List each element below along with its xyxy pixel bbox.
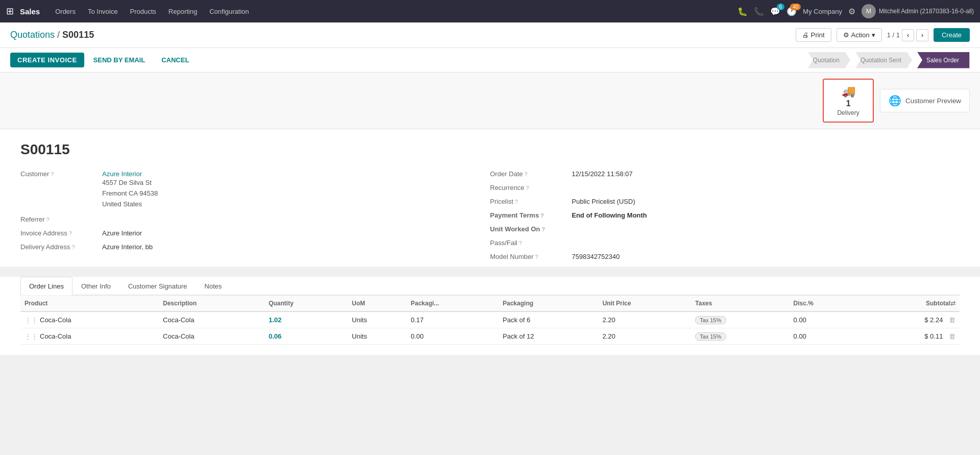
product-name-link[interactable]: Coca-Cola bbox=[40, 332, 71, 340]
payment-terms-help-icon[interactable]: ? bbox=[540, 212, 544, 219]
row-packaging[interactable]: Pack of 6 bbox=[498, 312, 598, 328]
col-subtotal: Subtotal ⇄ bbox=[861, 296, 960, 312]
pass-fail-help-icon[interactable]: ? bbox=[519, 240, 522, 246]
pager-prev-button[interactable]: ‹ bbox=[902, 29, 914, 41]
create-button[interactable]: Create bbox=[934, 28, 970, 42]
tab-customer-signature[interactable]: Customer Signature bbox=[119, 277, 196, 295]
referrer-help-icon[interactable]: ? bbox=[46, 217, 50, 223]
row-disc[interactable]: 0.00 bbox=[790, 312, 861, 328]
row-description: Coca-Cola bbox=[159, 328, 265, 345]
row-uom[interactable]: Units bbox=[348, 312, 407, 328]
sort-handle-icon[interactable]: ⋮⋮ bbox=[25, 316, 38, 324]
recurrence-row: Recurrence ? bbox=[490, 184, 960, 191]
smart-buttons-area: 🚚 1 Delivery 🌐 Customer Preview bbox=[0, 73, 980, 129]
brand-label[interactable]: Sales bbox=[20, 7, 40, 16]
product-name-link[interactable]: Coca-Cola bbox=[40, 316, 71, 324]
row-taxes: Tax 15% bbox=[691, 312, 789, 328]
printer-icon: 🖨 bbox=[802, 31, 809, 39]
tax-badge[interactable]: Tax 15% bbox=[695, 332, 726, 341]
activity-icon[interactable]: 🕐 40 bbox=[786, 7, 797, 16]
row-uom[interactable]: Units bbox=[348, 328, 407, 345]
activity-badge: 40 bbox=[790, 4, 801, 10]
sort-handle-icon[interactable]: ⋮⋮ bbox=[25, 332, 38, 340]
phone-icon[interactable]: 📞 bbox=[754, 7, 764, 16]
nav-reporting[interactable]: Reporting bbox=[163, 6, 202, 17]
recurrence-help-icon[interactable]: ? bbox=[526, 185, 529, 191]
pricelist-help-icon[interactable]: ? bbox=[515, 199, 518, 205]
referrer-label: Referrer ? bbox=[20, 215, 102, 223]
status-quotation-sent[interactable]: Quotation Sent bbox=[850, 52, 912, 68]
breadcrumb-separator: / bbox=[57, 30, 62, 40]
row-quantity[interactable]: 0.06 bbox=[265, 328, 348, 345]
pricelist-value[interactable]: Public Pricelist (USD) bbox=[572, 198, 635, 205]
user-menu[interactable]: M Mitchell Admin (21870383-16-0-all) bbox=[862, 4, 974, 18]
row-packaging-qty[interactable]: 0.17 bbox=[407, 312, 498, 328]
invoice-address-value[interactable]: Azure Interior bbox=[102, 229, 142, 237]
user-name: Mitchell Admin (21870383-16-0-all) bbox=[879, 8, 974, 15]
row-unit-price[interactable]: 2.20 bbox=[599, 328, 691, 345]
delete-row-icon[interactable]: 🗑 bbox=[949, 332, 955, 340]
table-settings-icon[interactable]: ⇄ bbox=[950, 300, 955, 307]
pager-next-button[interactable]: › bbox=[916, 29, 928, 41]
order-date-value: 12/15/2022 11:58:07 bbox=[572, 170, 633, 178]
delivery-address-help-icon[interactable]: ? bbox=[72, 244, 75, 250]
nav-to-invoice[interactable]: To Invoice bbox=[83, 6, 123, 17]
model-number-value: 7598342752340 bbox=[572, 253, 620, 260]
row-packaging[interactable]: Pack of 12 bbox=[498, 328, 598, 345]
delivery-smart-button[interactable]: 🚚 1 Delivery bbox=[823, 79, 874, 123]
debug-icon[interactable]: 🐛 bbox=[737, 7, 748, 16]
action-bar: CREATE INVOICE SEND BY EMAIL CANCEL Quot… bbox=[0, 48, 980, 73]
nav-products[interactable]: Products bbox=[125, 6, 161, 17]
unit-worked-on-help-icon[interactable]: ? bbox=[541, 226, 545, 232]
referrer-row: Referrer ? bbox=[20, 215, 490, 223]
col-packaging: Packaging bbox=[498, 296, 598, 312]
gear-icon: ⚙ bbox=[843, 31, 849, 39]
customer-preview-button[interactable]: 🌐 Customer Preview bbox=[880, 89, 970, 112]
tab-notes[interactable]: Notes bbox=[196, 277, 230, 295]
order-date-help-icon[interactable]: ? bbox=[524, 171, 528, 177]
tax-badge[interactable]: Tax 15% bbox=[695, 316, 726, 324]
nav-orders[interactable]: Orders bbox=[50, 6, 81, 17]
status-quotation[interactable]: Quotation bbox=[803, 52, 850, 68]
tab-other-info[interactable]: Other Info bbox=[73, 277, 119, 295]
customer-label: Customer ? bbox=[20, 170, 102, 178]
col-packaging-qty: Packagi... bbox=[407, 296, 498, 312]
nav-configuration[interactable]: Configuration bbox=[204, 6, 254, 17]
model-number-help-icon[interactable]: ? bbox=[535, 254, 538, 260]
cancel-button[interactable]: CANCEL bbox=[154, 53, 196, 67]
payment-terms-value[interactable]: End of Following Month bbox=[572, 211, 647, 219]
company-name[interactable]: My Company bbox=[803, 8, 842, 15]
tab-order-lines[interactable]: Order Lines bbox=[20, 277, 73, 295]
row-packaging-qty[interactable]: 0.00 bbox=[407, 328, 498, 345]
chat-icon[interactable]: 💬 6 bbox=[770, 7, 780, 16]
settings-icon[interactable]: ⚙ bbox=[848, 7, 855, 16]
order-id: S00115 bbox=[20, 141, 960, 158]
col-unit-price: Unit Price bbox=[599, 296, 691, 312]
col-uom: UoM bbox=[348, 296, 407, 312]
customer-row: Customer ? Azure Interior 4557 De Silva … bbox=[20, 170, 490, 209]
status-sales-order[interactable]: Sales Order bbox=[912, 52, 970, 68]
order-date-label: Order Date ? bbox=[490, 170, 572, 178]
invoice-address-help-icon[interactable]: ? bbox=[69, 230, 72, 236]
breadcrumb-parent[interactable]: Quotations bbox=[10, 30, 55, 40]
customer-name[interactable]: Azure Interior bbox=[102, 170, 158, 178]
recurrence-label: Recurrence ? bbox=[490, 184, 572, 191]
delivery-address-value[interactable]: Azure Interior, bb bbox=[102, 243, 153, 251]
row-disc[interactable]: 0.00 bbox=[790, 328, 861, 345]
row-quantity[interactable]: 1.02 bbox=[265, 312, 348, 328]
apps-menu-icon[interactable]: ⊞ bbox=[6, 6, 14, 17]
row-unit-price[interactable]: 2.20 bbox=[599, 312, 691, 328]
create-invoice-button[interactable]: CREATE INVOICE bbox=[10, 53, 84, 67]
action-button[interactable]: ⚙ Action ▾ bbox=[836, 28, 882, 42]
send-by-email-button[interactable]: SEND BY EMAIL bbox=[86, 53, 153, 67]
print-button[interactable]: 🖨 Print bbox=[796, 28, 831, 42]
table-row: ⋮⋮Coca-Cola Coca-Cola 0.06 Units 0.00 Pa… bbox=[20, 328, 960, 345]
unit-worked-on-label: Unit Worked On ? bbox=[490, 225, 572, 233]
col-description: Description bbox=[159, 296, 265, 312]
pager: 1 / 1 ‹ › bbox=[887, 29, 928, 41]
order-lines-table: Product Description Quantity UoM Packagi… bbox=[20, 295, 960, 345]
payment-terms-label: Payment Terms ? bbox=[490, 211, 572, 219]
tabs: Order Lines Other Info Customer Signatur… bbox=[20, 277, 960, 295]
delete-row-icon[interactable]: 🗑 bbox=[949, 316, 955, 324]
customer-help-icon[interactable]: ? bbox=[51, 171, 54, 177]
